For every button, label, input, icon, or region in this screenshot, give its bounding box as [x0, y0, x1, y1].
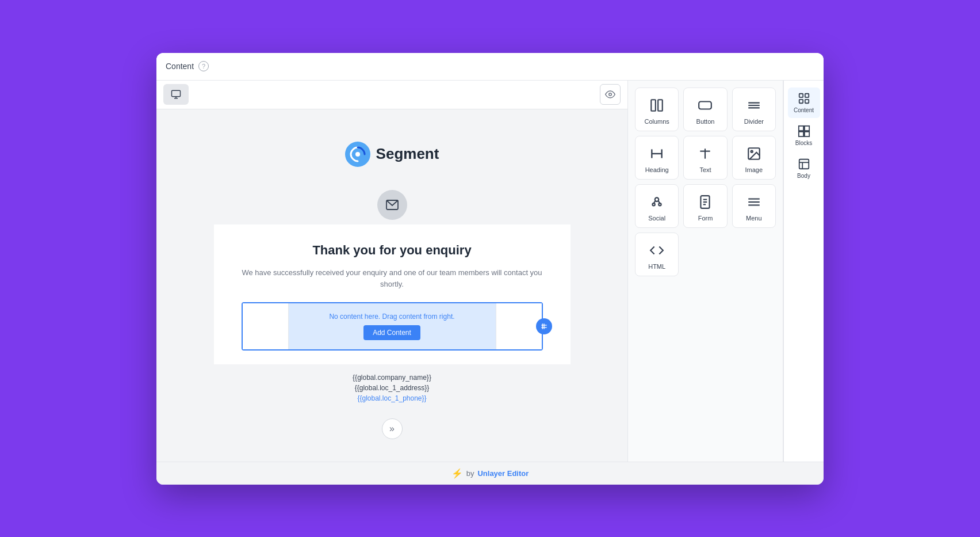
- html-label: HTML: [648, 263, 665, 270]
- footer-company: {{global.company_name}}: [228, 374, 557, 382]
- svg-rect-12: [658, 100, 663, 111]
- svg-point-5: [355, 152, 360, 157]
- sidebar-blocks-label: Blocks: [795, 140, 812, 146]
- svg-point-26: [659, 203, 661, 205]
- sidebar-content-label: Content: [794, 107, 814, 113]
- form-icon: [698, 194, 713, 210]
- content-item-columns[interactable]: Columns: [635, 87, 679, 131]
- button-label: Button: [696, 118, 715, 125]
- svg-rect-34: [799, 93, 802, 97]
- segment-logo-icon: [345, 142, 370, 167]
- svg-rect-35: [805, 93, 808, 97]
- image-icon: [747, 146, 761, 162]
- segment-logo: Segment: [345, 142, 439, 167]
- content-item-divider[interactable]: Divider: [732, 87, 776, 131]
- email-header: Segment: [214, 123, 571, 181]
- body-sidebar-icon: [798, 158, 810, 170]
- editor-area: Segment Thank you: [156, 81, 627, 462]
- content-grid: Columns Button: [635, 87, 776, 276]
- heading-label: Heading: [645, 166, 669, 173]
- button-icon: [698, 97, 713, 113]
- bolt-icon: ⚡: [451, 468, 463, 479]
- content-item-image[interactable]: Image: [732, 136, 776, 180]
- editor-toolbar: [156, 81, 627, 109]
- email-content-section: Thank you for you enquiry We have succes…: [214, 224, 571, 365]
- content-item-html[interactable]: HTML: [635, 233, 679, 276]
- right-panel: Columns Button: [627, 81, 824, 462]
- drop-zone-right: [496, 303, 542, 349]
- desktop-view-button[interactable]: [163, 84, 189, 105]
- svg-rect-11: [651, 100, 656, 111]
- by-label: by: [466, 469, 474, 478]
- email-heading: Thank you for you enquiry: [242, 243, 543, 258]
- form-label: Form: [698, 215, 713, 222]
- content-sidebar-icon: [798, 92, 810, 105]
- envelope-icon: [377, 190, 407, 220]
- menu-label: Menu: [746, 215, 762, 222]
- text-label: Text: [699, 166, 711, 173]
- company-name: Segment: [376, 145, 439, 163]
- toolbar-left: [163, 84, 189, 105]
- svg-rect-38: [798, 125, 803, 130]
- preview-button[interactable]: [600, 84, 621, 105]
- svg-rect-40: [798, 131, 803, 136]
- content-item-form[interactable]: Form: [683, 184, 727, 228]
- content-item-menu[interactable]: Menu: [732, 184, 776, 228]
- content-item-social[interactable]: Social: [635, 184, 679, 228]
- envelope-section: [214, 181, 571, 224]
- brand-label: Unlayer Editor: [477, 469, 529, 478]
- content-item-text[interactable]: Text: [683, 136, 727, 180]
- svg-point-24: [655, 197, 659, 201]
- toolbar-right: [600, 84, 621, 105]
- content-item-heading[interactable]: Heading: [635, 136, 679, 180]
- svg-point-3: [609, 93, 612, 96]
- svg-rect-39: [804, 125, 809, 130]
- svg-rect-36: [799, 99, 802, 102]
- svg-rect-42: [799, 159, 809, 169]
- sidebar-icons: Content Blocks: [783, 81, 824, 462]
- add-content-button[interactable]: Add Content: [363, 325, 420, 340]
- text-icon: [698, 146, 713, 162]
- expand-button[interactable]: »: [382, 418, 403, 439]
- email-body-text: We have successfully received your enqui…: [242, 267, 543, 291]
- image-label: Image: [745, 166, 763, 173]
- divider-label: Divider: [744, 118, 764, 125]
- footer-address: {{global.loc_1_address}}: [228, 384, 557, 392]
- sidebar-item-blocks[interactable]: Blocks: [788, 120, 820, 151]
- sidebar-item-content[interactable]: Content: [788, 87, 820, 118]
- svg-point-25: [653, 203, 655, 205]
- blocks-sidebar-icon: [798, 125, 810, 138]
- unlayer-footer: ⚡ by Unlayer Editor: [156, 462, 824, 485]
- drop-zone-center: No content here. Drag content from right…: [289, 303, 496, 349]
- social-label: Social: [648, 215, 665, 222]
- email-canvas: Segment Thank you: [156, 109, 627, 462]
- social-icon: [649, 194, 664, 210]
- columns-label: Columns: [644, 118, 669, 125]
- sidebar-body-label: Body: [797, 173, 810, 179]
- content-grid-panel: Columns Button: [628, 81, 783, 462]
- email-footer: {{global.company_name}} {{global.loc_1_a…: [214, 364, 571, 412]
- content-item-button[interactable]: Button: [683, 87, 727, 131]
- svg-rect-13: [699, 101, 712, 109]
- svg-rect-37: [805, 99, 808, 102]
- drop-zone-left: [243, 303, 289, 349]
- menu-icon: [747, 194, 761, 210]
- columns-icon: [649, 97, 664, 113]
- bottom-expand-row: »: [214, 412, 571, 446]
- html-icon: [649, 242, 664, 258]
- svg-rect-41: [804, 131, 809, 136]
- footer-phone: {{global.loc_1_phone}}: [228, 394, 557, 402]
- sidebar-item-body[interactable]: Body: [788, 153, 820, 184]
- content-drop-zone[interactable]: No content here. Drag content from right…: [242, 302, 543, 351]
- svg-rect-0: [172, 90, 181, 97]
- drag-handle[interactable]: [536, 318, 552, 334]
- divider-icon: [747, 97, 761, 113]
- email-body: Segment Thank you: [214, 123, 571, 448]
- help-button[interactable]: ?: [198, 61, 209, 71]
- page-title: Content: [166, 62, 194, 71]
- app-window: Content ?: [156, 53, 824, 485]
- main-layout: Segment Thank you: [156, 81, 824, 462]
- heading-icon: [649, 146, 664, 162]
- drop-zone-text: No content here. Drag content from right…: [329, 313, 454, 321]
- svg-point-23: [751, 150, 752, 152]
